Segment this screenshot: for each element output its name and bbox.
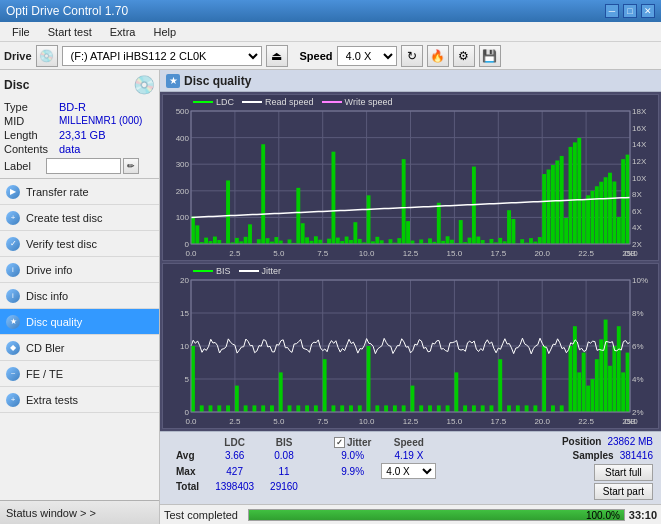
- mid-label: MID: [4, 114, 59, 128]
- drive-toolbar: Drive 💿 (F:) ATAPI iHBS112 2 CL0K ⏏ Spee…: [0, 42, 661, 70]
- start-buttons: Start full Start part: [594, 464, 653, 500]
- disc-quality-header-icon: ★: [166, 74, 180, 88]
- bis-chart-legend: BIS Jitter: [193, 266, 281, 276]
- col-bis: BIS: [262, 436, 306, 449]
- max-bis: 11: [262, 462, 306, 480]
- menu-start-test[interactable]: Start test: [40, 24, 100, 40]
- app-title: Opti Drive Control 1.70: [6, 4, 128, 18]
- start-full-button[interactable]: Start full: [594, 464, 653, 481]
- titlebar: Opti Drive Control 1.70 ─ □ ✕: [0, 0, 661, 22]
- main-layout: Disc 💿 Type BD-R MID MILLENMR1 (000) Len…: [0, 70, 661, 524]
- nav-label-transfer-rate: Transfer rate: [26, 186, 89, 198]
- total-bis: 29160: [262, 480, 306, 493]
- nav-fe-te[interactable]: ~ FE / TE: [0, 361, 159, 387]
- jitter-checkbox[interactable]: ✓: [334, 437, 345, 448]
- disc-quality-icon: ★: [6, 315, 20, 329]
- disc-quality-title: Disc quality: [184, 74, 251, 88]
- window-controls: ─ □ ✕: [605, 4, 655, 18]
- burn-button[interactable]: 🔥: [427, 45, 449, 67]
- save-button[interactable]: 💾: [479, 45, 501, 67]
- eject-button[interactable]: ⏏: [266, 45, 288, 67]
- row-avg-label: Avg: [168, 449, 207, 462]
- settings-button[interactable]: ⚙: [453, 45, 475, 67]
- drive-label: Drive: [4, 50, 32, 62]
- nav-label-cd-bler: CD Bler: [26, 342, 65, 354]
- nav-drive-info[interactable]: i Drive info: [0, 257, 159, 283]
- max-jitter: 9.9%: [326, 462, 379, 480]
- nav-items: ▶ Transfer rate + Create test disc ✓ Ver…: [0, 179, 159, 500]
- drive-info-icon: i: [6, 263, 20, 277]
- ldc-legend-color: [193, 101, 213, 103]
- avg-jitter: 9.0%: [326, 449, 379, 462]
- stats-table: LDC BIS ✓ Jitter Speed: [168, 436, 438, 493]
- nav-disc-quality[interactable]: ★ Disc quality: [0, 309, 159, 335]
- legend-jitter: Jitter: [239, 266, 282, 276]
- status-window-label: Status window > >: [6, 507, 96, 519]
- bis-legend-color: [193, 270, 213, 272]
- disc-section-icon: 💿: [133, 74, 155, 96]
- speed-select-toolbar[interactable]: 4.0 X: [337, 46, 397, 66]
- legend-bis: BIS: [193, 266, 231, 276]
- drive-select[interactable]: (F:) ATAPI iHBS112 2 CL0K: [62, 46, 262, 66]
- disc-info-icon: i: [6, 289, 20, 303]
- stats-bottom: LDC BIS ✓ Jitter Speed: [164, 434, 657, 502]
- drive-icon-button[interactable]: 💿: [36, 45, 58, 67]
- nav-create-test-disc[interactable]: + Create test disc: [0, 205, 159, 231]
- stats-panel: LDC BIS ✓ Jitter Speed: [160, 431, 661, 504]
- create-test-disc-icon: +: [6, 211, 20, 225]
- progress-bar: 100.0%: [248, 509, 625, 521]
- disc-section: Disc 💿 Type BD-R MID MILLENMR1 (000) Len…: [0, 70, 159, 179]
- col-ldc: LDC: [207, 436, 262, 449]
- label-edit-button[interactable]: ✏: [123, 158, 139, 174]
- progress-bar-fill: [249, 510, 624, 520]
- nav-label-fe-te: FE / TE: [26, 368, 63, 380]
- mid-value: MILLENMR1 (000): [59, 114, 155, 128]
- speed-select-stats[interactable]: 4.0 X: [381, 463, 436, 479]
- type-value: BD-R: [59, 100, 155, 114]
- nav-label-verify-test-disc: Verify test disc: [26, 238, 97, 250]
- menu-file[interactable]: File: [4, 24, 38, 40]
- nav-disc-info[interactable]: i Disc info: [0, 283, 159, 309]
- menu-extra[interactable]: Extra: [102, 24, 144, 40]
- menu-help[interactable]: Help: [145, 24, 184, 40]
- nav-label-drive-info: Drive info: [26, 264, 72, 276]
- length-label: Length: [4, 128, 59, 142]
- nav-extra-tests[interactable]: + Extra tests: [0, 387, 159, 413]
- legend-ldc: LDC: [193, 97, 234, 107]
- sidebar: Disc 💿 Type BD-R MID MILLENMR1 (000) Len…: [0, 70, 160, 524]
- nav-label-disc-quality: Disc quality: [26, 316, 82, 328]
- row-max-label: Max: [168, 462, 207, 480]
- contents-label: Contents: [4, 142, 59, 156]
- avg-bis: 0.08: [262, 449, 306, 462]
- disc-header: Disc 💿: [4, 74, 155, 96]
- fe-te-icon: ~: [6, 367, 20, 381]
- nav-verify-test-disc[interactable]: ✓ Verify test disc: [0, 231, 159, 257]
- jitter-legend-color: [239, 270, 259, 272]
- nav-label-create-test-disc: Create test disc: [26, 212, 102, 224]
- ldc-chart-container: LDC Read speed Write speed: [162, 94, 659, 261]
- nav-label-disc-info: Disc info: [26, 290, 68, 302]
- nav-cd-bler[interactable]: ◆ CD Bler: [0, 335, 159, 361]
- read-legend-color: [242, 101, 262, 103]
- disc-info-table: Type BD-R MID MILLENMR1 (000) Length 23,…: [4, 100, 155, 156]
- minimize-button[interactable]: ─: [605, 4, 619, 18]
- verify-test-disc-icon: ✓: [6, 237, 20, 251]
- maximize-button[interactable]: □: [623, 4, 637, 18]
- position-buttons-area: Position 23862 MB Samples 381416 Start f…: [562, 436, 653, 500]
- refresh-button[interactable]: ↻: [401, 45, 423, 67]
- time-display: 33:10: [629, 509, 657, 521]
- start-part-button[interactable]: Start part: [594, 483, 653, 500]
- samples-row: Samples 381416: [572, 450, 653, 461]
- disc-quality-header: ★ Disc quality: [160, 70, 661, 92]
- status-text: Test completed: [164, 509, 244, 521]
- legend-write: Write speed: [322, 97, 393, 107]
- label-input[interactable]: [46, 158, 121, 174]
- menubar: File Start test Extra Help: [0, 22, 661, 42]
- bis-chart-container: BIS Jitter: [162, 263, 659, 429]
- col-jitter: ✓ Jitter: [326, 436, 379, 449]
- status-window-button[interactable]: Status window > >: [0, 500, 159, 524]
- ldc-canvas: [163, 95, 658, 260]
- type-label: Type: [4, 100, 59, 114]
- close-button[interactable]: ✕: [641, 4, 655, 18]
- nav-transfer-rate[interactable]: ▶ Transfer rate: [0, 179, 159, 205]
